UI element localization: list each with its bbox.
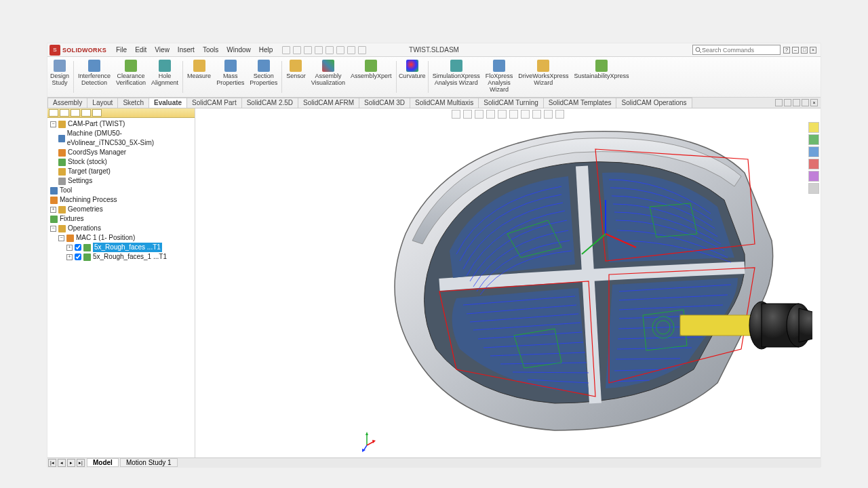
maximize-icon[interactable]: □ <box>801 47 808 54</box>
menu-file[interactable]: File <box>112 46 131 54</box>
tab-evaluate[interactable]: Evaluate <box>149 98 187 108</box>
tab-solidcam-operations[interactable]: SolidCAM Operations <box>616 98 692 108</box>
bottom-tab-motion-study[interactable]: Motion Study 1 <box>120 458 178 467</box>
tree-machine[interactable]: Machine (DMU50-eVolinear_iTNC530_5X-Sim) <box>50 129 192 148</box>
rib-label: Hole Alignment <box>151 73 178 87</box>
print-icon[interactable] <box>315 46 323 54</box>
select-icon[interactable] <box>336 46 344 54</box>
rib-label: Section Properties <box>250 73 277 87</box>
tree-fixtures[interactable]: Fixtures <box>50 214 192 224</box>
op1-checkbox[interactable] <box>75 244 81 251</box>
options-icon[interactable] <box>358 46 366 54</box>
tree-machining[interactable]: Machining Process <box>50 195 192 205</box>
op2-checkbox[interactable] <box>75 253 81 260</box>
tab-solidcam-25d[interactable]: SolidCAM 2.5D <box>241 98 298 108</box>
tree-op1[interactable]: +5x_Rough_faces ...T1 <box>50 243 192 252</box>
single-view-icon[interactable] <box>775 99 783 106</box>
tab-assembly[interactable]: Assembly <box>47 98 87 108</box>
search-icon <box>695 47 702 54</box>
menu-edit[interactable]: Edit <box>131 46 151 54</box>
tree-label: 5x_Rough_faces_1 ...T1 <box>93 252 167 262</box>
measure-button[interactable]: Measure <box>184 57 214 97</box>
interference-icon <box>88 60 100 72</box>
design-study-icon <box>54 60 66 72</box>
hole-alignment-button[interactable]: Hole Alignment <box>149 57 181 97</box>
tree-tab-feature-icon[interactable] <box>49 109 58 117</box>
svg-line-1 <box>700 51 702 53</box>
close-icon[interactable]: × <box>810 47 816 54</box>
search-field[interactable] <box>702 47 778 54</box>
menu-tools[interactable]: Tools <box>199 46 222 54</box>
open-icon[interactable] <box>293 46 301 54</box>
assemblyxpert-button[interactable]: AssemblyXpert <box>348 57 395 97</box>
tree-op2[interactable]: +5x_Rough_faces_1 ...T1 <box>50 252 192 262</box>
sensor-button[interactable]: Sensor <box>283 57 309 97</box>
two-view-icon[interactable] <box>784 99 791 106</box>
menu-window[interactable]: Window <box>222 46 255 54</box>
interference-detection-button[interactable]: Interference Detection <box>75 57 113 97</box>
tree-coordsys[interactable]: CoordSys Manager <box>50 148 192 157</box>
tree-target[interactable]: Target (target) <box>50 167 192 176</box>
tab-layout[interactable]: Layout <box>87 98 118 108</box>
save-icon[interactable] <box>304 46 312 54</box>
curvature-button[interactable]: Curvature <box>398 57 427 97</box>
document-title: TWIST.SLDASM <box>409 46 459 54</box>
rib-label: Interference Detection <box>78 73 111 87</box>
content-area: −CAM-Part (TWIST) Machine (DMU50-eVoline… <box>47 108 821 458</box>
tree-settings[interactable]: Settings <box>50 176 192 186</box>
op-icon <box>83 253 91 261</box>
simulationxpress-button[interactable]: SimulationXpress Analysis Wizard <box>430 57 483 97</box>
link-views-icon[interactable] <box>802 99 809 106</box>
undo-icon[interactable] <box>326 46 334 54</box>
prev-tab-icon[interactable]: ◂ <box>58 459 66 467</box>
tree-label: Operations <box>68 224 101 233</box>
assembly-visualization-button[interactable]: Assembly Visualization <box>309 57 348 97</box>
tab-solidcam-templates[interactable]: SolidCAM Templates <box>543 98 617 108</box>
new-icon[interactable] <box>282 46 290 54</box>
mass-properties-button[interactable]: Mass Properties <box>214 57 247 97</box>
tab-solidcam-multiaxis[interactable]: SolidCAM Multiaxis <box>410 98 479 108</box>
tree-operations[interactable]: −Operations <box>50 224 192 233</box>
close-viewport-icon[interactable]: × <box>810 99 818 106</box>
floxpress-button[interactable]: FloXpress Analysis Wizard <box>483 57 516 97</box>
graphics-viewport[interactable] <box>195 108 821 458</box>
tree-mac1[interactable]: −MAC 1 (1- Position) <box>50 233 192 243</box>
help-icon[interactable]: ? <box>783 47 790 54</box>
last-tab-icon[interactable]: ▸| <box>77 459 85 467</box>
tree-root[interactable]: −CAM-Part (TWIST) <box>50 119 192 129</box>
minimize-icon[interactable]: – <box>792 47 799 54</box>
tree-tab-bar <box>47 108 195 118</box>
tab-solidcam-part[interactable]: SolidCAM Part <box>186 98 242 108</box>
tab-solidcam-afrm[interactable]: SolidCAM AFRM <box>298 98 359 108</box>
next-tab-icon[interactable]: ▸ <box>67 459 75 467</box>
rib-label: AssemblyXpert <box>351 73 392 80</box>
tree-tab-property-icon[interactable] <box>60 109 69 117</box>
tab-solidcam-turning[interactable]: SolidCAM Turning <box>478 98 544 108</box>
four-view-icon[interactable] <box>793 99 800 106</box>
menu-insert[interactable]: Insert <box>174 46 199 54</box>
tree-geometries[interactable]: +Geometries <box>50 205 192 214</box>
driveworksxpress-button[interactable]: DriveWorksXpress Wizard <box>515 57 571 97</box>
tab-solidcam-3d[interactable]: SolidCAM 3D <box>359 98 410 108</box>
tree-label: Fixtures <box>60 214 84 224</box>
menu-bar: S SOLIDWORKS File Edit View Insert Tools… <box>47 43 821 57</box>
tree-tool[interactable]: Tool <box>50 186 192 195</box>
tree-tab-config-icon[interactable] <box>71 109 80 117</box>
tree-tab-cam-icon[interactable] <box>92 109 102 117</box>
clearance-icon <box>125 60 137 72</box>
tree-tab-display-icon[interactable] <box>81 109 91 117</box>
tree-stock[interactable]: Stock (stock) <box>50 157 192 167</box>
menu-help[interactable]: Help <box>255 46 277 54</box>
search-commands-input[interactable] <box>692 45 781 55</box>
svg-point-0 <box>696 47 700 52</box>
clearance-verification-button[interactable]: Clearance Verification <box>113 57 149 97</box>
menu-view[interactable]: View <box>151 46 174 54</box>
section-properties-button[interactable]: Section Properties <box>247 57 280 97</box>
design-study-button[interactable]: Design Study <box>47 57 72 97</box>
rebuild-icon[interactable] <box>347 46 355 54</box>
tab-sketch[interactable]: Sketch <box>117 98 149 108</box>
sustainabilityxpress-button[interactable]: SustainabilityXpress <box>572 57 632 97</box>
bottom-tab-model[interactable]: Model <box>87 458 119 467</box>
first-tab-icon[interactable]: |◂ <box>48 459 56 467</box>
tree-label: Stock (stock) <box>68 157 107 167</box>
